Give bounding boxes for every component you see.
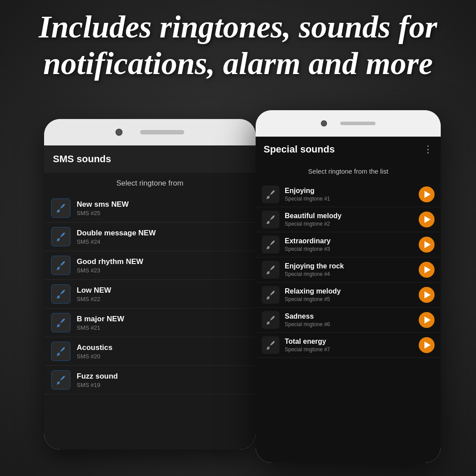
sms-item-num: SMS #25 <box>77 210 249 216</box>
special-list-item[interactable]: Enjoying the rock Special ringtone #4 <box>256 257 441 283</box>
special-list-item[interactable]: Total energy Special ringtone #7 <box>256 333 441 358</box>
sms-item-name: Acoustics <box>77 343 249 352</box>
special-item-sub: Special ringtone #6 <box>285 321 413 327</box>
sms-item-info: B major NEW SMS #21 <box>77 315 249 331</box>
special-list-item[interactable]: Enjoying Special ringtone #1 <box>256 182 441 207</box>
special-item-sub: Special ringtone #4 <box>285 271 413 277</box>
sms-item-icon <box>51 227 71 246</box>
phone-back-speaker <box>140 130 184 134</box>
play-icon <box>424 266 431 273</box>
svg-point-8 <box>57 324 60 327</box>
special-item-name: Beautiful melody <box>285 212 413 220</box>
sms-item-name: Double message NEW <box>77 229 249 238</box>
special-item-info: Total energy Special ringtone #7 <box>285 338 413 353</box>
special-subtitle: Select ringtone from the list <box>256 162 441 182</box>
special-item-sub: Special ringtone #7 <box>285 346 413 353</box>
phone-front: Special sounds ⋮ Select ringtone from th… <box>256 110 441 463</box>
sms-list-item[interactable]: New sms NEW SMS #25 <box>44 194 256 223</box>
sms-title: SMS sounds <box>53 153 111 164</box>
special-item-info: Relaxing melody Special ringtone #5 <box>285 287 413 302</box>
sms-title-bar: SMS sounds <box>44 145 256 173</box>
sms-item-num: SMS #19 <box>77 382 249 388</box>
play-button[interactable] <box>419 237 435 253</box>
sms-list-item[interactable]: Fuzz sound SMS #19 <box>44 366 256 394</box>
sms-item-num: SMS #22 <box>77 296 249 302</box>
sms-item-num: SMS #21 <box>77 324 249 331</box>
special-item-name: Extraordinary <box>285 237 413 245</box>
play-icon <box>424 342 431 349</box>
sms-item-icon <box>51 313 71 332</box>
sms-item-icon <box>51 284 71 304</box>
sms-item-name: Good rhythm NEW <box>77 257 249 266</box>
play-button[interactable] <box>419 212 435 227</box>
sms-subtitle-text: Select ringtone from <box>116 179 183 187</box>
svg-point-24 <box>267 322 270 324</box>
special-item-icon <box>262 311 279 329</box>
special-title: Special sounds <box>264 144 335 155</box>
more-options-icon[interactable]: ⋮ <box>423 144 433 155</box>
header-line1: Includes ringtones, sounds for <box>39 9 437 45</box>
header-text: Includes ringtones, sounds for notificat… <box>0 9 476 82</box>
sms-item-icon <box>51 198 71 218</box>
special-list: Enjoying Special ringtone #1 Beautiful m… <box>256 182 441 358</box>
special-item-sub: Special ringtone #2 <box>285 221 413 227</box>
sms-item-name: B major NEW <box>77 315 249 324</box>
sms-list-item[interactable]: Double message NEW SMS #24 <box>44 223 256 251</box>
sms-item-num: SMS #24 <box>77 238 249 245</box>
sms-item-icon <box>51 370 71 390</box>
special-item-name: Enjoying <box>285 187 413 195</box>
sms-item-info: Low NEW SMS #22 <box>77 286 249 302</box>
play-icon <box>424 216 431 223</box>
play-button[interactable] <box>419 287 435 303</box>
special-item-name: Relaxing melody <box>285 287 413 295</box>
phone-back: SMS sounds Select ringtone from New sms … <box>44 119 256 450</box>
svg-point-6 <box>57 296 60 298</box>
sms-list: New sms NEW SMS #25 Double message NEW S… <box>44 194 256 394</box>
special-item-info: Extraordinary Special ringtone #3 <box>285 237 413 252</box>
special-item-sub: Special ringtone #1 <box>285 196 413 202</box>
special-list-item[interactable]: Extraordinary Special ringtone #3 <box>256 232 441 257</box>
phones-area: SMS sounds Select ringtone from New sms … <box>0 110 476 476</box>
special-list-item[interactable]: Sadness Special ringtone #6 <box>256 308 441 333</box>
phone-back-camera <box>115 129 123 136</box>
svg-point-4 <box>57 267 60 270</box>
special-item-icon <box>262 336 279 354</box>
special-item-icon <box>262 286 279 304</box>
sms-list-item[interactable]: Low NEW SMS #22 <box>44 280 256 309</box>
sms-list-item[interactable]: B major NEW SMS #21 <box>44 309 256 337</box>
svg-point-20 <box>267 271 270 274</box>
special-item-icon <box>262 261 279 279</box>
special-list-item[interactable]: Beautiful melody Special ringtone #2 <box>256 207 441 232</box>
special-item-icon <box>262 211 279 228</box>
sms-list-item[interactable]: Good rhythm NEW SMS #23 <box>44 251 256 280</box>
svg-point-0 <box>57 210 60 212</box>
special-list-item[interactable]: Relaxing melody Special ringtone #5 <box>256 283 441 308</box>
sms-item-info: Good rhythm NEW SMS #23 <box>77 257 249 274</box>
special-item-icon <box>262 186 279 203</box>
play-icon <box>424 191 431 198</box>
play-button[interactable] <box>419 186 435 202</box>
sms-item-num: SMS #23 <box>77 267 249 274</box>
phone-front-screen: Special sounds ⋮ Select ringtone from th… <box>256 137 441 463</box>
sms-item-num: SMS #20 <box>77 353 249 360</box>
play-icon <box>424 291 431 298</box>
svg-point-22 <box>267 297 270 299</box>
svg-point-18 <box>267 246 270 249</box>
phone-back-top-bar <box>44 119 256 145</box>
sms-item-name: New sms NEW <box>77 200 249 209</box>
svg-point-14 <box>267 196 270 199</box>
svg-point-26 <box>267 347 270 350</box>
sms-item-name: Fuzz sound <box>77 372 249 381</box>
special-item-info: Beautiful melody Special ringtone #2 <box>285 212 413 227</box>
sms-item-info: Double message NEW SMS #24 <box>77 229 249 245</box>
sms-list-item[interactable]: Acoustics SMS #20 <box>44 337 256 366</box>
sms-item-info: Fuzz sound SMS #19 <box>77 372 249 388</box>
sms-item-info: Acoustics SMS #20 <box>77 343 249 360</box>
phone-back-screen: SMS sounds Select ringtone from New sms … <box>44 145 256 450</box>
phone-front-top-bar <box>256 110 441 137</box>
play-button[interactable] <box>419 262 435 278</box>
play-button[interactable] <box>419 337 435 353</box>
special-title-bar: Special sounds ⋮ <box>256 137 441 162</box>
play-button[interactable] <box>419 312 435 328</box>
special-item-info: Enjoying Special ringtone #1 <box>285 187 413 202</box>
